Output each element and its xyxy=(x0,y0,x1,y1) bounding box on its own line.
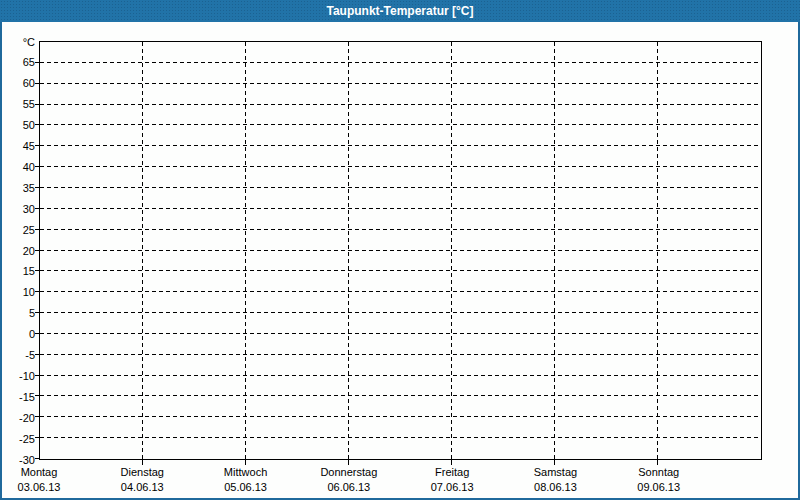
gridline-horizontal xyxy=(40,62,761,63)
y-axis-tick-label: -10 xyxy=(0,369,35,383)
y-axis-tick xyxy=(35,312,39,313)
gridline-horizontal xyxy=(40,104,761,105)
x-axis-day-label: Montag03.06.13 xyxy=(18,463,61,495)
gridline-horizontal xyxy=(40,145,761,146)
day-date-label: 04.06.13 xyxy=(121,480,164,495)
gridline-vertical xyxy=(348,42,349,459)
gridline-horizontal xyxy=(40,124,761,125)
y-axis-tick-label: 55 xyxy=(0,97,35,111)
y-axis-tick xyxy=(35,62,39,63)
y-axis-tick xyxy=(35,270,39,271)
gridline-horizontal xyxy=(40,333,761,334)
y-axis-tick-label: -15 xyxy=(0,390,35,404)
y-axis-tick xyxy=(35,208,39,209)
y-axis-tick-label: 0 xyxy=(0,327,35,341)
y-axis-tick-label: 35 xyxy=(0,181,35,195)
day-name-label: Donnerstag xyxy=(320,463,377,480)
gridline-horizontal xyxy=(40,354,761,355)
y-axis-tick xyxy=(35,395,39,396)
y-axis-labels: 65605550454035302520151050-5-10-15-20-25… xyxy=(0,41,35,460)
plot-area xyxy=(39,41,762,460)
y-axis-tick-label: 60 xyxy=(0,76,35,90)
day-date-label: 05.06.13 xyxy=(224,480,267,495)
y-axis-tick-label: -20 xyxy=(0,411,35,425)
y-axis-tick-label: 50 xyxy=(0,118,35,132)
x-axis-day-label: Mittwoch05.06.13 xyxy=(224,463,267,495)
gridline-horizontal xyxy=(40,208,761,209)
y-axis-tick-label: -5 xyxy=(0,348,35,362)
day-date-label: 03.06.13 xyxy=(18,480,61,495)
day-date-label: 06.06.13 xyxy=(320,480,377,495)
x-axis-day-label: Dienstag04.06.13 xyxy=(121,463,164,495)
gridline-horizontal xyxy=(40,375,761,376)
x-axis-day-label: Freitag07.06.13 xyxy=(431,463,474,495)
gridline-horizontal xyxy=(40,250,761,251)
gridline-horizontal xyxy=(40,437,761,438)
y-axis-tick-label: 25 xyxy=(0,223,35,237)
day-date-label: 08.06.13 xyxy=(534,480,577,495)
gridline-vertical xyxy=(142,42,143,459)
y-axis-tick-label: 45 xyxy=(0,139,35,153)
y-axis-tick-label: 15 xyxy=(0,264,35,278)
x-axis-day-label: Sonntag09.06.13 xyxy=(637,463,680,495)
y-axis-tick xyxy=(35,416,39,417)
y-axis-tick xyxy=(35,458,39,459)
day-name-label: Dienstag xyxy=(121,463,164,480)
x-axis-day-label: Donnerstag06.06.13 xyxy=(320,463,377,495)
y-axis-tick xyxy=(35,166,39,167)
y-axis-tick-label: 30 xyxy=(0,202,35,216)
gridline-vertical xyxy=(554,42,555,459)
day-date-label: 09.06.13 xyxy=(637,480,680,495)
gridline-horizontal xyxy=(40,166,761,167)
y-axis-unit-label: °C xyxy=(0,35,35,49)
y-axis-tick xyxy=(35,229,39,230)
x-axis-labels: Montag03.06.13Dienstag04.06.13Mittwoch05… xyxy=(39,463,762,497)
y-axis-tick-label: 10 xyxy=(0,285,35,299)
gridline-horizontal xyxy=(40,291,761,292)
gridline-horizontal xyxy=(40,312,761,313)
gridline-horizontal xyxy=(40,270,761,271)
gridline-horizontal xyxy=(40,229,761,230)
y-axis-tick xyxy=(35,375,39,376)
y-axis-tick-label: 40 xyxy=(0,160,35,174)
y-axis-tick xyxy=(35,124,39,125)
y-axis-tick-label: 65 xyxy=(0,55,35,69)
gridline-vertical xyxy=(451,42,452,459)
gridline-horizontal xyxy=(40,187,761,188)
day-date-label: 07.06.13 xyxy=(431,480,474,495)
day-name-label: Samstag xyxy=(534,463,577,480)
y-axis-tick xyxy=(35,83,39,84)
y-axis-tick xyxy=(35,145,39,146)
day-name-label: Freitag xyxy=(431,463,474,480)
gridline-horizontal xyxy=(40,416,761,417)
y-axis-tick xyxy=(35,250,39,251)
day-name-label: Mittwoch xyxy=(224,463,267,480)
x-axis-day-label: Samstag08.06.13 xyxy=(534,463,577,495)
day-name-label: Montag xyxy=(18,463,61,480)
gridline-horizontal xyxy=(40,395,761,396)
y-axis-tick xyxy=(35,333,39,334)
page-title: Taupunkt-Temperatur [°C] xyxy=(326,4,473,18)
y-axis-tick-label: 20 xyxy=(0,244,35,258)
y-axis-tick xyxy=(35,187,39,188)
y-axis-tick xyxy=(35,104,39,105)
y-axis-tick-label: -25 xyxy=(0,432,35,446)
y-axis-tick xyxy=(35,437,39,438)
gridline-horizontal xyxy=(40,83,761,84)
chart-window: Taupunkt-Temperatur [°C] 656055504540353… xyxy=(0,0,800,500)
gridline-vertical xyxy=(657,42,658,459)
gridline-vertical xyxy=(245,42,246,459)
y-axis-tick xyxy=(35,291,39,292)
day-name-label: Sonntag xyxy=(637,463,680,480)
y-axis-tick-label: 5 xyxy=(0,306,35,320)
title-bar[interactable]: Taupunkt-Temperatur [°C] xyxy=(0,0,800,22)
y-axis-tick xyxy=(35,354,39,355)
